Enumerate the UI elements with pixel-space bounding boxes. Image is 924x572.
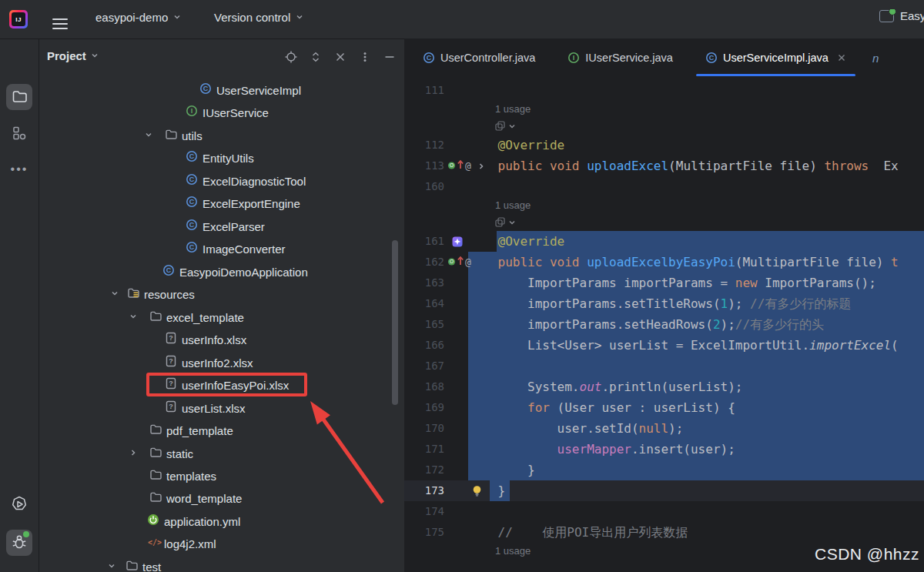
services-tool-button[interactable] xyxy=(6,492,32,518)
go-to-super-icon[interactable] xyxy=(457,255,464,269)
code-text: @Override xyxy=(468,135,564,156)
tree-item-label: utils xyxy=(182,129,203,142)
tree-item-log4j2-xml[interactable]: </>log4j2.xml xyxy=(39,532,404,555)
tree-item-userlist-xlsx[interactable]: ?userList.xlsx xyxy=(39,396,404,420)
hamburger-menu-icon[interactable] xyxy=(49,8,72,30)
svg-text:C: C xyxy=(189,244,195,252)
code-vision-icon[interactable] xyxy=(495,118,517,135)
tree-item-static[interactable]: static xyxy=(39,442,404,465)
tree-item-utils[interactable]: utils xyxy=(39,124,404,147)
tree-item-userinfoeasypoi-xlsx[interactable]: ?userInfoEasyPoi.xlsx xyxy=(39,373,404,396)
usage-hint[interactable]: 1 usage xyxy=(495,101,531,118)
overrides-method-icon[interactable]: O xyxy=(447,255,456,269)
more-tool-windows-button[interactable]: ••• xyxy=(6,156,32,182)
code-line[interactable]: 168 System.out.println(userList); xyxy=(404,376,924,397)
structure-tool-button[interactable] xyxy=(6,121,32,147)
ai-assistant-icon[interactable] xyxy=(452,231,463,252)
tree-item-templates[interactable]: templates xyxy=(39,464,404,487)
tree-item-word-template[interactable]: word_template xyxy=(39,487,404,510)
overrides-method-icon[interactable]: O xyxy=(447,159,456,173)
code-line[interactable]: 112 @Override xyxy=(404,135,924,156)
code-line[interactable]: 111 xyxy=(404,80,924,101)
code-text: importParams.setTitleRows(1); //有多少行的标题 xyxy=(468,293,851,314)
chevron-down-icon[interactable] xyxy=(107,560,116,572)
code-line[interactable]: 165 importParams.setHeadRows(2);//有多少行的头 xyxy=(404,314,924,335)
line-number[interactable]: 171 xyxy=(404,439,444,460)
debug-tool-button[interactable] xyxy=(6,530,32,556)
tab-userserviceimpl-java[interactable]: CUserServiceImpl.java xyxy=(691,38,860,77)
tree-item-entityutils[interactable]: CEntityUtils xyxy=(39,146,404,169)
line-number[interactable]: 162 xyxy=(404,252,444,273)
go-to-super-icon[interactable] xyxy=(457,159,464,173)
code-text: ImportParams importParams = new ImportPa… xyxy=(468,273,876,293)
line-number[interactable]: 167 xyxy=(404,356,444,376)
line-number[interactable]: 112 xyxy=(404,135,444,156)
scrollbar-thumb[interactable] xyxy=(392,240,398,405)
line-number[interactable]: 111 xyxy=(404,80,444,101)
code-line[interactable]: 175 // 使用POI导出用户列表数据 xyxy=(404,522,924,543)
chevron-down-icon[interactable] xyxy=(144,129,153,142)
tree-item-exceldiagnostictool[interactable]: CExcelDiagnosticTool xyxy=(39,169,404,192)
code-line[interactable]: 166 List<User> userList = ExcelImportUti… xyxy=(404,335,924,356)
run-widget[interactable]: Easy xyxy=(879,9,924,22)
override-group-icon xyxy=(495,119,505,134)
tree-item-userserviceimpl[interactable]: CUserServiceImpl xyxy=(39,79,404,102)
chevron-right-icon[interactable] xyxy=(129,447,138,460)
code-line[interactable]: 113O@ public void uploadExcel(MultipartF… xyxy=(404,156,924,176)
tree-item-resources[interactable]: resources xyxy=(39,283,404,306)
code-vision-icon[interactable] xyxy=(495,214,517,231)
tab-iuserservice-java[interactable]: IIUserService.java xyxy=(554,38,687,77)
tree-item-imageconverter[interactable]: CImageConverter xyxy=(39,237,404,260)
close-icon[interactable] xyxy=(837,53,846,62)
vcs-selector[interactable]: Version control xyxy=(209,8,309,27)
line-number[interactable]: 113 xyxy=(404,156,444,176)
chevron-down-icon[interactable] xyxy=(110,287,119,301)
line-number[interactable]: 169 xyxy=(404,397,444,418)
code-line[interactable]: 161 @Override xyxy=(404,231,924,252)
code-line[interactable]: 163 ImportParams importParams = new Impo… xyxy=(404,273,924,293)
running-indicator-dot xyxy=(889,9,896,15)
tab-usercontroller-java[interactable]: CUserController.java xyxy=(409,38,549,77)
interface-icon: I xyxy=(567,52,580,64)
tree-item-excelparser[interactable]: CExcelParser xyxy=(39,215,404,238)
tree-item-userinfo-xlsx[interactable]: ?userInfo.xlsx xyxy=(39,328,404,351)
line-number[interactable]: 173 xyxy=(404,480,444,501)
code-line[interactable]: 160 xyxy=(404,176,924,197)
chevron-down-icon[interactable] xyxy=(129,310,138,324)
code-line[interactable]: 169 for (User user : userList) { xyxy=(404,397,924,418)
line-number[interactable]: 174 xyxy=(404,501,444,522)
line-number[interactable]: 170 xyxy=(404,418,444,439)
line-number[interactable]: 166 xyxy=(404,335,444,356)
code-line[interactable]: 170 user.setId(null); xyxy=(404,418,924,439)
tree-item-iuserservice[interactable]: IIUserService xyxy=(39,101,404,124)
tree-item-pdf-template[interactable]: pdf_template xyxy=(39,419,404,442)
line-number[interactable]: 163 xyxy=(404,273,444,293)
line-number[interactable]: 160 xyxy=(404,176,444,197)
partial-tab-label[interactable]: n xyxy=(860,38,879,77)
code-line[interactable]: 173 } xyxy=(404,480,924,501)
code-line[interactable]: 167 xyxy=(404,356,924,376)
tree-item-test[interactable]: test xyxy=(39,555,404,572)
line-number[interactable]: 172 xyxy=(404,460,444,480)
code-line[interactable]: 164 importParams.setTitleRows(1); //有多少行… xyxy=(404,293,924,314)
code-line[interactable]: 162O@ public void uploadExcelbyEasyPoi(M… xyxy=(404,252,924,273)
tree-item-excelexportengine[interactable]: CExcelExportEngine xyxy=(39,192,404,215)
project-tool-button[interactable] xyxy=(6,84,32,110)
code-editor[interactable]: 1111 usage112 @Override113O@ public void… xyxy=(404,77,924,572)
line-number[interactable]: 165 xyxy=(404,314,444,335)
usage-hint[interactable]: 1 usage xyxy=(495,197,531,214)
code-line[interactable]: 174 xyxy=(404,501,924,522)
project-selector[interactable]: easypoi-demo xyxy=(91,8,186,27)
code-line[interactable]: 171 userMapper.insert(user); xyxy=(404,439,924,460)
line-number[interactable]: 168 xyxy=(404,376,444,397)
line-number[interactable]: 164 xyxy=(404,293,444,314)
line-number[interactable]: 175 xyxy=(404,522,444,543)
tree-item-userinfo2-xlsx[interactable]: ?userInfo2.xlsx xyxy=(39,351,404,374)
tree-item-excel-template[interactable]: excel_template xyxy=(39,306,404,329)
code-line[interactable]: 172 } xyxy=(404,460,924,480)
usage-hint[interactable]: 1 usage xyxy=(495,543,531,560)
line-number[interactable]: 161 xyxy=(404,231,444,252)
tree-item-easypoidemoapplication[interactable]: CEasypoiDemoApplication xyxy=(39,260,404,283)
code-token: 1 xyxy=(721,296,728,311)
tree-item-application-yml[interactable]: application.yml xyxy=(39,510,404,533)
